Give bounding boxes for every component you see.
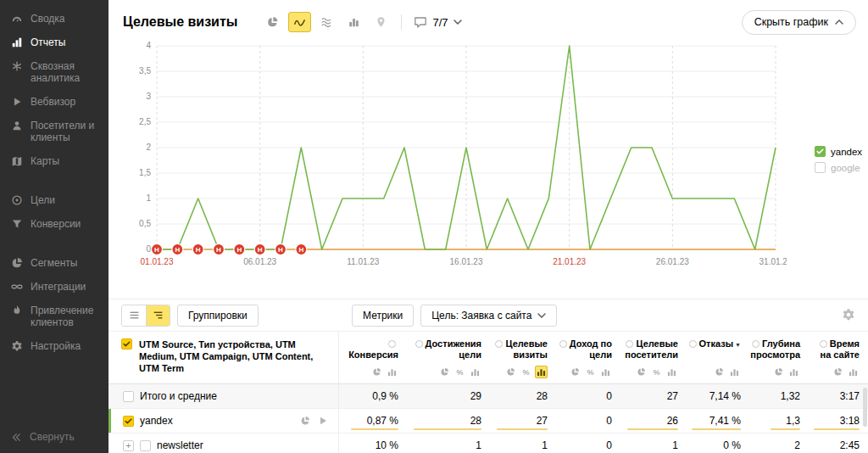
sidebar-item-target[interactable]: Цели: [0, 188, 108, 212]
flat-list-icon: [129, 310, 140, 321]
toggle-percent-icon[interactable]: %: [453, 366, 466, 378]
row-checkbox[interactable]: [140, 440, 151, 451]
sidebar-item-gear[interactable]: Настройка: [0, 334, 108, 358]
toggle-bars-icon[interactable]: [599, 366, 612, 378]
metrics-button[interactable]: Метрики: [352, 305, 414, 327]
metric-column-header: Целевые визиты%: [488, 332, 554, 383]
legend-series-name: yandex: [831, 147, 862, 157]
sidebar-item-label: Сводка: [31, 13, 65, 25]
legend-checkbox[interactable]: [815, 162, 826, 173]
toggle-bars-icon[interactable]: [469, 366, 481, 378]
toggle-pie-icon[interactable]: [635, 366, 648, 378]
metric-column-label[interactable]: Целевые посетители: [619, 338, 678, 361]
sidebar-item-report-bars[interactable]: Отчеты: [0, 31, 108, 54]
metric-value-cell: 27: [619, 384, 685, 408]
toggle-pie-icon[interactable]: [832, 366, 844, 378]
svg-text:Н: Н: [175, 246, 180, 254]
annotations-dropdown[interactable]: 7/7: [410, 14, 465, 31]
row-play-icon[interactable]: [318, 416, 328, 426]
view-mode-tree-list-button[interactable]: [146, 305, 170, 326]
metric-value-cell: 0,87 %: [339, 409, 405, 433]
table-settings-gear-button[interactable]: [841, 308, 856, 323]
toggle-pie-icon[interactable]: [569, 366, 581, 378]
row-label[interactable]: yandex: [140, 415, 173, 427]
toggle-pie-icon[interactable]: [370, 366, 383, 378]
sidebar-item-funnel[interactable]: Конверсии: [0, 212, 108, 236]
chart-legend: yandexgoogle: [815, 146, 862, 178]
row-checkbox[interactable]: [123, 416, 134, 427]
metric-value: 28: [470, 415, 481, 427]
legend-item-google[interactable]: google: [815, 162, 862, 173]
metric-column-label[interactable]: Целевые визиты: [488, 338, 548, 361]
metric-display-toggles: [832, 361, 860, 378]
toggle-bars-icon[interactable]: [728, 366, 741, 378]
chart-type-pin-button[interactable]: [370, 12, 392, 32]
svg-text:Н: Н: [298, 246, 303, 254]
goal-selector-button[interactable]: Цель: Заявка с сайта: [420, 305, 557, 327]
sidebar-item-segments[interactable]: Сегменты: [0, 251, 108, 275]
metric-value-cell: 3:17: [807, 384, 866, 408]
sidebar-item-asterisk[interactable]: Сквозная аналитика: [0, 54, 108, 90]
sidebar-item-label: Сегменты: [31, 257, 77, 269]
sidebar-item-integrations[interactable]: Интеграции: [0, 275, 108, 299]
svg-text:01.01.23: 01.01.23: [141, 257, 174, 266]
sidebar-item-person[interactable]: Посетители и клиенты: [0, 114, 108, 149]
toggle-bars-icon[interactable]: [787, 366, 800, 378]
metric-value: 1: [672, 439, 678, 451]
toggle-bars-icon[interactable]: [847, 366, 860, 378]
metric-column-label[interactable]: Глубина просмотра: [748, 338, 800, 361]
hide-chart-button[interactable]: Скрыть график: [742, 10, 856, 35]
view-mode-flat-list-button[interactable]: [122, 305, 146, 326]
toggle-bars-icon[interactable]: [665, 366, 678, 378]
toggle-percent-icon[interactable]: %: [584, 366, 597, 378]
chart-type-pie-button[interactable]: [261, 12, 284, 32]
row-expander-button[interactable]: +: [123, 440, 134, 451]
toggle-bars-icon[interactable]: [535, 366, 548, 378]
toggle-bars-icon[interactable]: [386, 366, 398, 378]
metric-column-label[interactable]: Доход по цели: [554, 338, 612, 361]
metric-column-label[interactable]: Конверсия: [339, 338, 398, 361]
report-table-section: Группировки Метрики Цель: Заявка с сайта: [108, 299, 868, 453]
sidebar-item-map[interactable]: Карты: [0, 149, 108, 173]
sidebar-item-flame[interactable]: Привлечение клиентов: [0, 299, 108, 334]
sidebar-collapse-button[interactable]: Свернуть: [0, 421, 108, 453]
row-pie-icon[interactable]: [300, 416, 310, 426]
metric-value-cell: 0: [554, 433, 619, 453]
integrations-icon: [11, 281, 23, 293]
metric-column-label[interactable]: Достижения цели: [405, 338, 481, 361]
row-checkbox[interactable]: [123, 391, 134, 402]
asterisk-icon: [11, 60, 23, 72]
table-row: yandex0,87 %28270267,41 %1,33:18: [108, 409, 868, 433]
vertical-scrollbar[interactable]: [863, 388, 867, 427]
groupings-button[interactable]: Группировки: [177, 305, 259, 327]
metric-circle-icon: [752, 340, 760, 348]
legend-item-yandex[interactable]: yandex: [815, 146, 862, 157]
main-content: Целевые визиты 7/7 Скрыть график 00,511,…: [108, 0, 868, 453]
toggle-percent-icon[interactable]: %: [520, 366, 532, 378]
toggle-pie-icon[interactable]: [713, 366, 726, 378]
chart-type-columns-button[interactable]: [342, 12, 365, 32]
metric-value: 1: [476, 439, 481, 451]
chart-type-stacked-button[interactable]: [315, 12, 338, 32]
metric-column-header: Глубина просмотра: [748, 332, 807, 383]
legend-checkbox[interactable]: [815, 146, 826, 157]
toggle-pie-icon[interactable]: [504, 366, 517, 378]
metric-column-label[interactable]: Отказы▼: [689, 338, 742, 350]
metric-column-label[interactable]: Время на сайте: [807, 338, 860, 361]
row-label[interactable]: newsletter: [157, 439, 203, 451]
metric-value: 0: [606, 390, 612, 402]
row-label[interactable]: Итого и средние: [140, 390, 217, 402]
toggle-percent-icon[interactable]: %: [650, 366, 663, 378]
view-mode-switcher: [121, 305, 170, 327]
sidebar-item-gauge[interactable]: Сводка: [0, 7, 108, 31]
chart-type-line-button[interactable]: [288, 12, 311, 32]
toggle-pie-icon[interactable]: [438, 366, 451, 378]
dimension-header-label[interactable]: UTM Source, Тип устройства, UTM Medium, …: [139, 338, 330, 374]
metric-value: 0: [606, 415, 612, 427]
select-all-checkbox[interactable]: [121, 338, 132, 350]
sidebar-item-play[interactable]: Вебвизор: [0, 90, 108, 114]
report-bars-icon: [11, 36, 23, 48]
toggle-pie-icon[interactable]: [772, 366, 785, 378]
metric-column-header: Целевые посетители%: [619, 332, 685, 383]
play-icon: [11, 96, 23, 108]
